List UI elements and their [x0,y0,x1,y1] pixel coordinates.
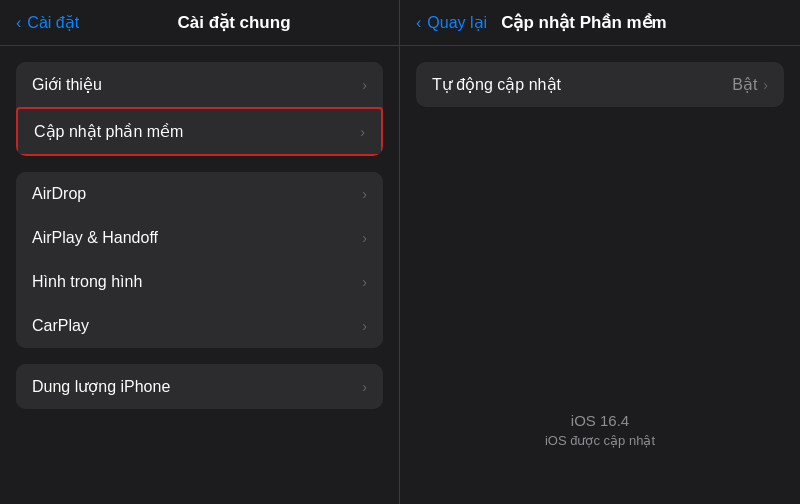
chevron-right-icon: › [362,379,367,395]
item-label-airplay: AirPlay & Handoff [32,229,362,247]
right-item-value-tu-dong-cap-nhat: Bật [732,75,757,94]
settings-group-2: AirDrop › AirPlay & Handoff › Hình trong… [16,172,383,348]
chevron-right-icon: › [362,230,367,246]
chevron-right-icon: › [362,274,367,290]
item-label-dung-luong: Dung lượng iPhone [32,377,362,396]
sidebar-item-carplay[interactable]: CarPlay › [16,304,383,348]
right-content: Tự động cập nhật Bật › iOS 16.4 iOS được… [400,46,800,504]
chevron-right-icon: › [360,124,365,140]
ios-updated-text: iOS được cập nhật [545,433,655,448]
sidebar-item-airplay[interactable]: AirPlay & Handoff › [16,216,383,260]
left-panel-title: Cài đặt chung [85,12,383,33]
right-back-button[interactable]: Quay lại [427,13,487,32]
chevron-right-icon: › [362,186,367,202]
item-label-hinh-trong-hinh: Hình trong hình [32,273,362,291]
back-button[interactable]: Cài đặt [27,13,79,32]
item-label-airdrop: AirDrop [32,185,362,203]
sidebar-item-dung-luong[interactable]: Dung lượng iPhone › [16,364,383,409]
sidebar-item-airdrop[interactable]: AirDrop › [16,172,383,216]
back-chevron-icon: ‹ [16,14,21,32]
sidebar-item-cap-nhat[interactable]: Cập nhật phần mềm › [16,107,383,156]
settings-group-3: Dung lượng iPhone › [16,364,383,409]
right-back-chevron-icon: ‹ [416,14,421,32]
ios-version-section: iOS 16.4 iOS được cập nhật [416,123,784,488]
right-panel: ‹ Quay lại Cập nhật Phần mềm Tự động cập… [400,0,800,504]
right-header: ‹ Quay lại Cập nhật Phần mềm [400,0,800,46]
right-settings-group-1: Tự động cập nhật Bật › [416,62,784,107]
ios-version-text: iOS 16.4 [571,412,629,429]
chevron-right-icon: › [362,77,367,93]
chevron-right-icon: › [763,77,768,93]
item-label-carplay: CarPlay [32,317,362,335]
sidebar-item-gioi-thieu[interactable]: Giới thiệu › [16,62,383,107]
left-content: Giới thiệu › Cập nhật phần mềm › AirDrop… [0,46,399,504]
chevron-right-icon: › [362,318,367,334]
settings-group-1: Giới thiệu › Cập nhật phần mềm › [16,62,383,156]
right-panel-title: Cập nhật Phần mềm [501,12,667,33]
item-label-cap-nhat: Cập nhật phần mềm [34,122,360,141]
left-header: ‹ Cài đặt Cài đặt chung [0,0,399,46]
right-item-label-tu-dong-cap-nhat: Tự động cập nhật [432,75,732,94]
left-panel: ‹ Cài đặt Cài đặt chung Giới thiệu › Cập… [0,0,400,504]
sidebar-item-hinh-trong-hinh[interactable]: Hình trong hình › [16,260,383,304]
right-item-tu-dong-cap-nhat[interactable]: Tự động cập nhật Bật › [416,62,784,107]
item-label-gioi-thieu: Giới thiệu [32,75,362,94]
